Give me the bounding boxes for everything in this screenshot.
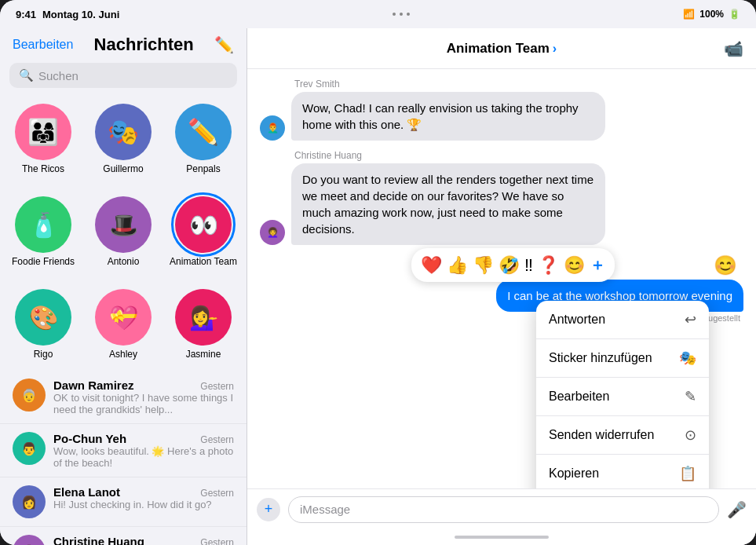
- msg-name: Dawn Ramirez: [53, 379, 134, 392]
- plus-icon: +: [265, 501, 273, 518]
- msg-name: Po-Chun Yeh: [53, 432, 126, 445]
- message-row-elena[interactable]: 👩 Elena Lanot Gestern Hi! Just checking …: [0, 477, 247, 527]
- dot1: [393, 13, 396, 16]
- chat-avatar: 👨‍🦰: [260, 115, 285, 141]
- msg-preview: Wow, looks beautiful. 🌟 Here's a photo o…: [53, 445, 234, 469]
- message-list: 👵 Dawn Ramirez Gestern OK to visit tonig…: [0, 371, 247, 545]
- context-menu-item-widerrufen[interactable]: Senden widerrufen ⊙: [536, 416, 709, 455]
- avatar-label: The Ricos: [22, 163, 64, 174]
- avatar-label: Foodie Friends: [12, 256, 75, 267]
- message-input[interactable]: iMessage: [288, 496, 719, 523]
- context-icon-kopieren: 📋: [679, 465, 696, 482]
- context-menu-item-bearbeiten[interactable]: Bearbeiten ✎: [536, 378, 709, 416]
- chat-bubble-received[interactable]: Wow, Chad! I can really envision us taki…: [291, 92, 605, 141]
- reaction-thumbsdown[interactable]: 👎: [471, 254, 495, 277]
- chat-avatar: 👩‍🦱: [260, 220, 285, 245]
- avatar-label: Penpals: [186, 163, 220, 174]
- context-icon-antworten: ↩: [685, 311, 696, 328]
- avatar-jasmine[interactable]: 💁‍♀️ Jasmine: [163, 284, 243, 364]
- msg-group-trev: Trev Smith 👨‍🦰 Wow, Chad! I can really e…: [260, 79, 743, 141]
- avatar-label: Antonio: [108, 256, 140, 267]
- message-row-dawn[interactable]: 👵 Dawn Ramirez Gestern OK to visit tonig…: [0, 371, 247, 424]
- battery-text: 100%: [699, 9, 724, 20]
- context-icon-edit: ✎: [685, 388, 696, 405]
- msg-name-row: Po-Chun Yeh Gestern: [53, 432, 234, 445]
- avatar-label: Jasmine: [186, 349, 221, 360]
- avatar-penpals[interactable]: ✏️ Penpals: [163, 99, 243, 179]
- chat-title-text: Animation Team: [447, 41, 550, 57]
- avatar-circle: 👀: [175, 196, 232, 253]
- msg-time: Gestern: [200, 434, 234, 445]
- chat-title: Animation Team ›: [447, 41, 557, 57]
- status-bar-right: 📶 100% 🔋: [683, 9, 740, 20]
- message-row-pochun[interactable]: 👨 Po-Chun Yeh Gestern Wow, looks beautif…: [0, 424, 247, 477]
- avatar-label: Animation Team: [170, 256, 237, 267]
- search-bar[interactable]: 🔍 Suchen: [9, 63, 237, 88]
- reaction-heart[interactable]: ❤️: [419, 254, 444, 277]
- avatar-circle: 👨‍👩‍👧: [15, 104, 71, 160]
- msg-preview: Hi! Just checking in. How did it go?: [53, 499, 234, 510]
- msg-content: Dawn Ramirez Gestern OK to visit tonight…: [53, 379, 234, 415]
- wifi-icon: 📶: [683, 9, 695, 20]
- context-label: Bearbeiten: [549, 390, 609, 404]
- context-menu-item-antworten[interactable]: Antworten ↩: [536, 301, 709, 339]
- video-call-button[interactable]: 📹: [724, 39, 743, 58]
- bubble-text: Do you want to review all the renders to…: [302, 173, 593, 236]
- avatar-animation-team[interactable]: 👀 Animation Team: [163, 192, 243, 272]
- compose-button[interactable]: ✏️: [214, 35, 234, 54]
- msg-avatar: 👵: [13, 379, 46, 411]
- reaction-haha[interactable]: 🤣: [497, 254, 521, 277]
- search-icon: 🔍: [19, 68, 34, 82]
- avatar-guillermo[interactable]: 🎭 Guillermo: [83, 99, 163, 179]
- avatar-circle: ✏️: [175, 104, 232, 160]
- home-bar: [455, 536, 549, 539]
- dot3: [407, 13, 410, 16]
- msg-content: Christine Huang Gestern Me too, haha. Se…: [53, 535, 234, 545]
- avatar-antonio[interactable]: 🎩 Antonio: [83, 192, 163, 272]
- reaction-exclamation[interactable]: ‼️: [523, 254, 535, 277]
- msg-name: Elena Lanot: [53, 485, 120, 499]
- reaction-thumbsup[interactable]: 👍: [445, 254, 469, 277]
- search-placeholder: Suchen: [38, 69, 79, 82]
- context-icon-sticker: 🎭: [679, 349, 696, 367]
- msg-content: Po-Chun Yeh Gestern Wow, looks beautiful…: [53, 432, 234, 469]
- chat-input-bar: + iMessage 🎤: [247, 488, 756, 529]
- msg-name-row: Christine Huang Gestern: [53, 535, 234, 545]
- chevron-icon[interactable]: ›: [553, 42, 557, 56]
- status-bar: 9:41 Montag 10. Juni 📶 100% 🔋: [0, 0, 756, 28]
- battery-icon: 🔋: [729, 9, 740, 20]
- emoji-reaction-bar: ❤️ 👍 👎 🤣 ‼️ ❓ 😊 ＋: [411, 248, 615, 282]
- sender-name-trev: Trev Smith: [294, 79, 743, 90]
- msg-group-christine: Christine Huang 👩‍🦱 Do you want to revie…: [260, 150, 743, 245]
- context-menu-item-kopieren[interactable]: Kopieren 📋: [536, 455, 709, 488]
- avatar-foodie-friends[interactable]: 🧴 Foodie Friends: [3, 192, 83, 272]
- chat-msg-row: 👨‍🦰 Wow, Chad! I can really envision us …: [260, 92, 743, 141]
- home-indicator: [247, 529, 756, 545]
- time: 9:41: [16, 9, 36, 20]
- avatar-circle: 💁‍♀️: [175, 289, 232, 346]
- msg-preview: OK to visit tonight? I have some things …: [53, 392, 234, 415]
- reaction-smile[interactable]: 😊: [562, 254, 586, 277]
- input-plus-button[interactable]: +: [257, 498, 280, 521]
- chat-msg-row: 👩‍🦱 Do you want to review all the render…: [260, 163, 743, 245]
- msg-avatar: 👩‍🦱: [13, 535, 46, 545]
- reaction-plus[interactable]: ＋: [588, 253, 607, 277]
- dot2: [400, 13, 403, 16]
- avatar-the-ricos[interactable]: 👨‍👩‍👧 The Ricos: [3, 99, 83, 179]
- avatar-ashley[interactable]: 💝 Ashley: [83, 284, 163, 364]
- edit-button[interactable]: Bearbeiten: [13, 38, 73, 52]
- msg-avatar: 👨: [13, 432, 46, 465]
- sidebar-title: Nachrichten: [73, 35, 214, 55]
- avatar-grid-row2: 🧴 Foodie Friends 🎩 Antonio 👀 Animation T…: [0, 185, 247, 278]
- reaction-question[interactable]: ❓: [536, 254, 561, 277]
- chat-bubble-received[interactable]: Do you want to review all the renders to…: [291, 163, 605, 245]
- context-icon-widerrufen: ⊙: [685, 426, 696, 444]
- msg-name-row: Elena Lanot Gestern: [53, 485, 234, 499]
- avatar-circle: 🧴: [15, 196, 71, 253]
- context-label: Sticker hinzufügen: [549, 351, 652, 365]
- context-menu-item-sticker[interactable]: Sticker hinzufügen 🎭: [536, 339, 709, 378]
- message-row-christine[interactable]: 👩‍🦱 Christine Huang Gestern Me too, haha…: [0, 527, 247, 545]
- avatar-rigo[interactable]: 🎨 Rigo: [3, 284, 83, 364]
- mic-button[interactable]: 🎤: [727, 500, 747, 519]
- sidebar-header: Bearbeiten Nachrichten ✏️: [0, 28, 247, 58]
